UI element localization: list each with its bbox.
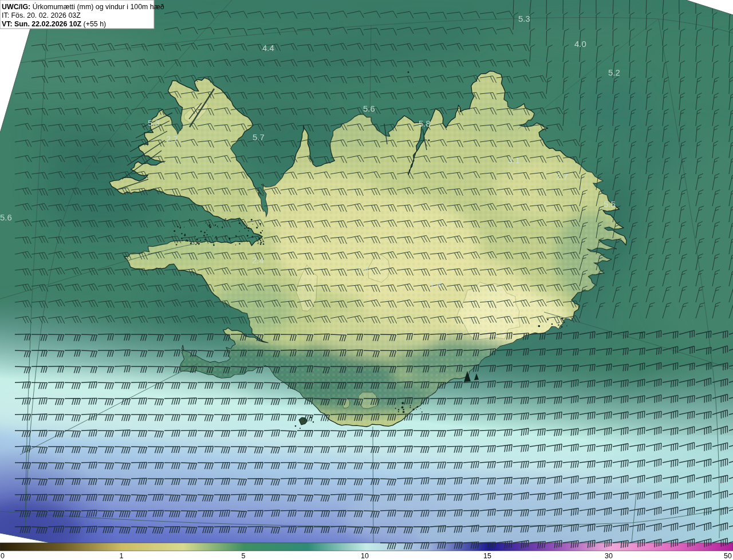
- svg-text:IT: Fös. 20. 02. 2026 03Z: IT: Fös. 20. 02. 2026 03Z: [2, 11, 81, 19]
- svg-text:4.4: 4.4: [262, 43, 274, 53]
- svg-text:VT: Sun. 22.02.2026 10Z (+55 h: VT: Sun. 22.02.2026 10Z (+55 h): [2, 20, 106, 28]
- svg-text:1.4: 1.4: [429, 279, 442, 289]
- svg-text:5.2: 5.2: [608, 68, 620, 77]
- svg-text:5: 5: [242, 552, 246, 560]
- svg-text:30: 30: [605, 552, 613, 560]
- svg-text:5.6: 5.6: [363, 104, 375, 113]
- svg-text:3.1: 3.1: [508, 155, 520, 165]
- svg-text:2.4: 2.4: [252, 255, 264, 265]
- svg-text:5.5: 5.5: [604, 199, 616, 209]
- svg-text:2.7: 2.7: [556, 172, 568, 182]
- svg-text:15: 15: [483, 552, 491, 560]
- svg-text:10: 10: [361, 552, 369, 560]
- svg-text:5.8: 5.8: [419, 119, 431, 128]
- svg-text:4.0: 4.0: [574, 39, 586, 49]
- svg-text:5.3: 5.3: [148, 118, 160, 128]
- svg-text:2.7: 2.7: [166, 134, 178, 144]
- svg-text:UWC/IG: Úrkomumætti (mm) og vi: UWC/IG: Úrkomumætti (mm) og vindur i 100…: [2, 2, 164, 11]
- svg-text:1: 1: [120, 552, 124, 560]
- svg-text:5.3: 5.3: [518, 14, 530, 23]
- svg-text:1.4: 1.4: [357, 265, 369, 274]
- svg-text:0: 0: [1, 552, 5, 560]
- svg-text:50: 50: [724, 552, 732, 560]
- svg-text:5.7: 5.7: [253, 132, 265, 142]
- svg-text:5.6: 5.6: [0, 212, 12, 222]
